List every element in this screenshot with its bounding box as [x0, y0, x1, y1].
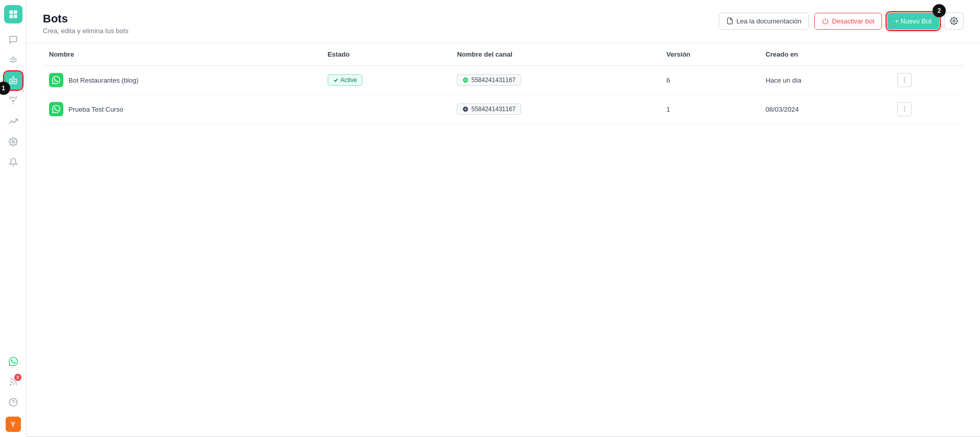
- svg-point-12: [904, 80, 905, 81]
- reports-nav-icon[interactable]: [4, 112, 22, 131]
- inbox-nav-icon[interactable]: [4, 51, 22, 69]
- svg-rect-1: [13, 11, 17, 14]
- col-version: Versión: [660, 43, 760, 66]
- svg-point-8: [10, 384, 11, 385]
- more-vertical-icon-2: [901, 106, 908, 113]
- bot-created-cell: Hace un día: [760, 66, 891, 95]
- col-creado: Creado en: [760, 43, 891, 66]
- col-nombre: Nombre: [43, 43, 322, 66]
- bots-table-container: Nombre Estado Nombre del canal Versión C…: [27, 43, 980, 436]
- header-actions: Lea la documentación Desactivar bot + Nu…: [719, 12, 964, 30]
- svg-rect-2: [9, 15, 13, 18]
- svg-point-7: [12, 141, 14, 143]
- svg-point-5: [11, 81, 12, 82]
- svg-rect-3: [13, 15, 17, 18]
- bot-name-cell: Bot Restaurantes (blog): [43, 66, 322, 95]
- col-actions: [891, 43, 964, 66]
- bot-actions-cell-2: [891, 95, 964, 124]
- power-icon: [822, 17, 829, 24]
- check-icon: [333, 78, 338, 83]
- row-more-button-2[interactable]: [897, 102, 912, 116]
- bot-status-cell-2: [322, 95, 451, 124]
- svg-point-10: [953, 20, 955, 22]
- page-settings-button[interactable]: [944, 12, 964, 30]
- svg-point-11: [904, 78, 905, 79]
- feeds-badge: 3: [14, 374, 21, 381]
- svg-point-16: [904, 111, 905, 112]
- page-subtitle: Crea, edita y elimina tus bots: [43, 27, 129, 35]
- conversations-nav-icon[interactable]: [4, 31, 22, 49]
- bots-table: Nombre Estado Nombre del canal Versión C…: [43, 43, 964, 124]
- table-header-row: Nombre Estado Nombre del canal Versión C…: [43, 43, 964, 66]
- channel-whatsapp-icon: [462, 77, 469, 83]
- col-estado: Estado: [322, 43, 451, 66]
- table-row: Prueba Test Curso 5584241431167 1 08: [43, 95, 964, 124]
- svg-rect-4: [10, 79, 17, 84]
- main-content: Bots Crea, edita y elimina tus bots Lea …: [27, 0, 980, 437]
- whatsapp-channel-icon: [49, 73, 63, 87]
- document-icon: [726, 17, 733, 24]
- broadcast-nav-icon[interactable]: [4, 92, 22, 110]
- svg-point-13: [904, 82, 905, 83]
- gear-icon: [950, 17, 958, 25]
- bot-status-cell: Active: [322, 66, 451, 95]
- bots-nav-icon[interactable]: 1: [4, 71, 22, 90]
- channel-badge: 5584241431167: [457, 74, 521, 86]
- svg-point-6: [14, 81, 15, 82]
- bot-channel-cell-2: 5584241431167: [451, 95, 660, 124]
- svg-rect-0: [9, 11, 13, 14]
- more-vertical-icon: [901, 76, 908, 84]
- settings-nav-icon[interactable]: [4, 133, 22, 151]
- channel-icon-2: [462, 106, 469, 112]
- table-row: Bot Restaurantes (blog) Active: [43, 66, 964, 95]
- channel-badge-2: 5584241431167: [457, 104, 521, 115]
- feeds-nav-icon[interactable]: 3: [4, 373, 22, 391]
- page-header: Bots Crea, edita y elimina tus bots Lea …: [27, 0, 980, 43]
- title-block: Bots Crea, edita y elimina tus bots: [43, 12, 129, 35]
- status-active-badge: Active: [328, 74, 363, 86]
- whatsapp-nav-icon[interactable]: [4, 352, 22, 371]
- help-nav-icon[interactable]: [4, 393, 22, 412]
- svg-point-14: [904, 107, 905, 108]
- col-canal: Nombre del canal: [451, 43, 660, 66]
- app-logo: [4, 5, 22, 23]
- sidebar: 1 3: [0, 0, 27, 437]
- bot-name-label: Bot Restaurantes (blog): [68, 76, 138, 84]
- bot-version-cell-2: 1: [660, 95, 760, 124]
- bot-actions-cell: [891, 66, 964, 95]
- deactivate-bot-button[interactable]: Desactivar bot: [814, 13, 882, 30]
- user-avatar[interactable]: Y: [6, 417, 21, 432]
- bot-channel-cell: 5584241431167: [451, 66, 660, 95]
- bot-name-label-2: Prueba Test Curso: [68, 106, 123, 113]
- bot-created-cell-2: 08/03/2024: [760, 95, 891, 124]
- row-more-button[interactable]: [897, 73, 912, 87]
- svg-point-15: [904, 109, 905, 110]
- bot-version-cell: 6: [660, 66, 760, 95]
- bot-name-cell: Prueba Test Curso: [43, 95, 322, 124]
- new-bot-button[interactable]: + Nuevo Bot 2: [887, 13, 939, 30]
- notifications-nav-icon[interactable]: [4, 153, 22, 171]
- documentation-button[interactable]: Lea la documentación: [719, 13, 809, 30]
- whatsapp-channel-icon-2: [49, 102, 63, 116]
- page-title: Bots: [43, 12, 129, 25]
